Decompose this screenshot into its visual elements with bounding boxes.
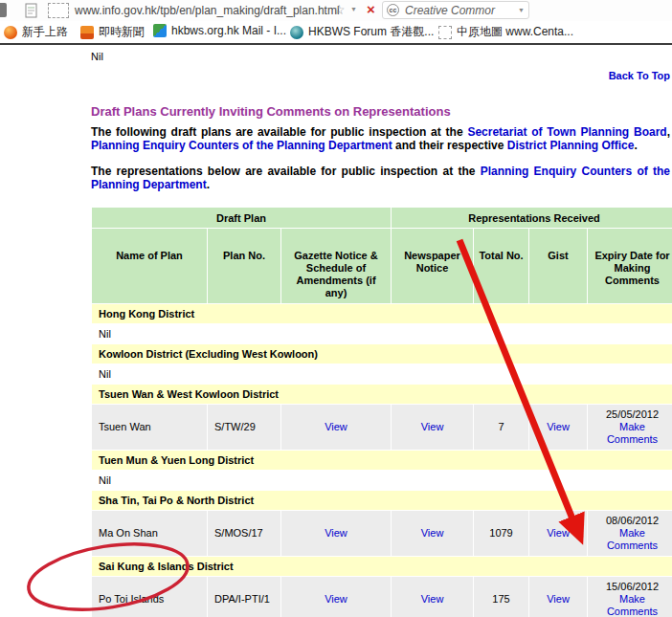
plan-data-row: Tsuen WanS/TW/29ViewView7View25/05/2012M… [92,405,672,450]
search-engine-icon[interactable]: cc [387,4,399,16]
map-icon [438,26,452,39]
nil-label: Nil [92,471,672,490]
link-district-planning-office[interactable]: District Planning Office [507,139,635,152]
total-no-cell: 1079 [474,511,528,556]
news-icon [80,26,94,39]
col-header-expiry-date: Expiry Date for Making Comments [588,229,672,303]
plan-data-row: Ma On ShanS/MOS/17ViewView1079View08/06/… [92,511,672,556]
district-label: Kowloon District (Excluding West Kowloon… [92,344,672,364]
bookmark-star-icon[interactable]: ☆ [333,2,346,17]
col-header-total-no: Total No. [474,229,528,303]
district-section-row: Sha Tin, Tai Po & North District [92,491,672,510]
browser-toolbar: www.info.gov.hk/tpb/en/plan_making/draft… [0,0,672,21]
firefox-icon [4,26,17,39]
nil-row: Nil [92,324,672,343]
bookmark-label: HKBWS Forum 香港觀... [308,24,434,40]
bookmark-label: 新手上路 [22,24,68,40]
col-header-name-of-plan: Name of Plan [92,229,207,303]
page-icon[interactable] [25,3,38,22]
bookmark-label: 即時新聞 [99,24,145,40]
link-planning-enquiry-counters[interactable]: Planning Enquiry Counters of the Plannin… [91,139,392,152]
nil-text: Nil [91,49,670,62]
total-no-cell: 7 [474,405,528,450]
search-input[interactable]: Creative Commor [405,4,515,17]
draft-plans-table: Draft Plan Representations Received Name… [91,207,672,617]
back-to-top-link[interactable]: Back To Top [609,70,670,81]
expiry-date: 08/06/2012 [606,515,659,526]
bookmark-label: hkbws.org.hk Mail - I... [171,24,286,37]
nil-label: Nil [92,364,672,384]
plan-name-cell: Po Toi Islands [92,577,207,617]
intro-text: . [207,178,210,191]
bookmark-instant-news[interactable]: 即時新聞 [80,24,145,40]
district-label: Hong Kong District [92,304,672,323]
district-label: Tuen Mun & Yuen Long District [92,451,672,470]
intro-text: . [634,139,637,152]
gist-view-link[interactable]: View [547,593,570,605]
search-box[interactable]: cc Creative Commor ▼ [382,1,529,19]
district-label: Tsuen Wan & West Kowloon District [92,385,672,404]
newspaper-view-link[interactable]: View [421,527,444,539]
gist-cell: View [529,405,587,450]
address-bar[interactable]: www.info.gov.hk/tpb/en/plan_making/draft… [75,4,340,17]
plan-no-cell: S/TW/29 [208,405,280,450]
district-section-row: Sai Kung & Islands District [92,557,672,576]
bookmark-label: 中原地圖 www.Centa... [457,24,573,40]
col-header-newspaper-notice: Newspaper Notice [392,229,473,303]
expiry-cell: 08/06/2012Make Comments [588,511,672,556]
gazette-view-link[interactable]: View [325,527,347,539]
bookmark-getting-started[interactable]: 新手上路 [4,24,68,40]
group-header-representations: Representations Received [392,208,672,228]
bookmark-hkbws-forum[interactable]: HKBWS Forum 香港觀... [290,24,434,40]
intro-text: The representations below are available … [91,165,481,178]
site-favicon-placeholder [48,3,69,18]
intro-text: The following draft plans are available … [91,125,467,139]
nil-label: Nil [92,324,672,343]
newspaper-view-link[interactable]: View [421,421,444,432]
newspaper-cell: View [392,405,473,450]
link-secretariat-tpb[interactable]: Secretariat of Town Planning Board [467,125,666,139]
make-comments-link[interactable]: Make Comments [607,593,658,617]
address-dropdown-icon[interactable]: ▼ [350,6,357,12]
newspaper-view-link[interactable]: View [421,593,444,605]
total-no-cell: 175 [474,577,528,617]
page-content: Nil Back To Top Draft Plans Currently In… [0,45,672,617]
intro-paragraph-2: The representations below are available … [91,165,670,191]
expiry-cell: 15/06/2012Make Comments [588,577,672,617]
search-dropdown-icon[interactable]: ▼ [518,7,525,13]
district-label: Sha Tin, Tai Po & North District [92,491,672,510]
newspaper-cell: View [392,511,473,556]
gazette-view-link[interactable]: View [325,593,347,605]
plan-data-row: Po Toi IslandsDPA/I-PTI/1ViewView175View… [92,577,672,617]
intro-paragraph-1: The following draft plans are available … [91,125,670,152]
gist-view-link[interactable]: View [547,527,570,539]
col-header-gist: Gist [529,229,587,303]
district-section-row: Tsuen Wan & West Kowloon District [92,385,672,404]
plan-no-cell: S/MOS/17 [208,511,280,556]
make-comments-link[interactable]: Make Comments [607,527,658,551]
bookmarks-bar: 新手上路 即時新聞 hkbws.org.hk Mail - I... HKBWS… [0,21,672,43]
make-comments-link[interactable]: Make Comments [607,421,658,445]
stop-button[interactable]: × [367,1,375,17]
newspaper-cell: View [392,577,473,617]
intro-text: and their respective [392,139,507,152]
gist-cell: View [529,577,587,617]
col-header-plan-no: Plan No. [208,229,280,303]
district-label: Sai Kung & Islands District [92,557,672,576]
district-section-row: Kowloon District (Excluding West Kowloon… [92,344,672,364]
back-to-top-container: Back To Top [91,70,670,81]
column-header-row: Name of Plan Plan No. Gazette Notice & S… [92,229,672,303]
gazette-view-link[interactable]: View [325,421,347,432]
expiry-date: 25/05/2012 [606,408,659,420]
group-header-draft-plan: Draft Plan [92,208,391,228]
forum-icon [290,26,303,39]
gist-view-link[interactable]: View [547,421,570,432]
intro-text: , [667,125,670,139]
col-header-gazette-notice: Gazette Notice & Schedule of Amendments … [281,229,391,303]
group-header-row: Draft Plan Representations Received [92,208,672,228]
bookmark-hkbws-mail[interactable]: hkbws.org.hk Mail - I... [153,24,286,37]
district-section-row: Hong Kong District [92,304,672,323]
bookmark-centamap[interactable]: 中原地圖 www.Centa... [438,24,573,40]
gazette-cell: View [281,577,391,617]
nil-row: Nil [92,471,672,490]
